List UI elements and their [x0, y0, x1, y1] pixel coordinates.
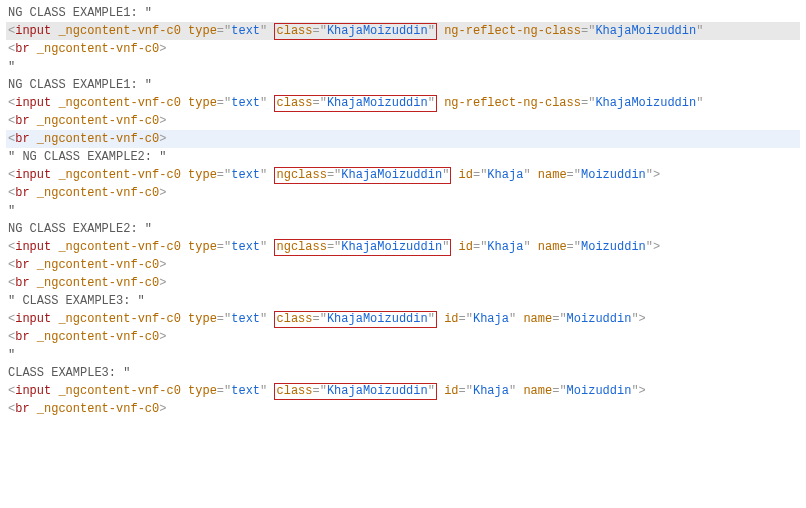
highlighted-attr: class="KhajaMoizuddin" — [274, 311, 436, 328]
dom-text-node[interactable]: " CLASS EXAMPLE3: " — [6, 292, 800, 310]
dom-element-br[interactable]: <br _ngcontent-vnf-c0> — [6, 40, 800, 58]
attr-value: Khaja — [473, 312, 509, 326]
dom-element-br[interactable]: <br _ngcontent-vnf-c0> — [6, 274, 800, 292]
dom-text-node[interactable]: NG CLASS EXAMPLE2: " — [6, 220, 800, 238]
attr-value: Khaja — [487, 168, 523, 182]
dom-element-input[interactable]: <input _ngcontent-vnf-c0 type="text" ngc… — [6, 166, 800, 184]
attr-name: _ngcontent-vnf-c0 — [37, 402, 159, 416]
tag-name: input — [15, 168, 51, 182]
text-content: NG CLASS EXAMPLE1: " — [8, 6, 152, 20]
attr-name: _ngcontent-vnf-c0 — [37, 114, 159, 128]
attr-value: KhajaMoizuddin — [327, 384, 428, 398]
dom-text-node[interactable]: " — [6, 58, 800, 76]
dom-element-input[interactable]: <input _ngcontent-vnf-c0 type="text" cla… — [6, 94, 800, 112]
attr-name: _ngcontent-vnf-c0 — [58, 312, 180, 326]
attr-value: Moizuddin — [567, 312, 632, 326]
dom-element-input[interactable]: <input _ngcontent-vnf-c0 type="text" cla… — [6, 382, 800, 400]
attr-name: type — [188, 96, 217, 110]
attr-name: class — [276, 384, 312, 398]
attr-name: name — [538, 168, 567, 182]
text-content: NG CLASS EXAMPLE2: " — [8, 222, 152, 236]
highlighted-attr: class="KhajaMoizuddin" — [274, 383, 436, 400]
text-content: NG CLASS EXAMPLE1: " — [8, 78, 152, 92]
dom-text-node[interactable]: " — [6, 346, 800, 364]
attr-value: Khaja — [473, 384, 509, 398]
attr-value: text — [231, 384, 260, 398]
attr-name: type — [188, 24, 217, 38]
attr-name: _ngcontent-vnf-c0 — [37, 186, 159, 200]
attr-name: type — [188, 312, 217, 326]
attr-name: ngclass — [276, 168, 326, 182]
attr-value: Moizuddin — [567, 384, 632, 398]
tag-name: input — [15, 384, 51, 398]
attr-name: _ngcontent-vnf-c0 — [37, 258, 159, 272]
dom-text-node[interactable]: " NG CLASS EXAMPLE2: " — [6, 148, 800, 166]
dom-element-br[interactable]: <br _ngcontent-vnf-c0> — [6, 130, 800, 148]
attr-value: text — [231, 240, 260, 254]
tag-name: br — [15, 186, 29, 200]
attr-name: name — [523, 384, 552, 398]
dom-element-br[interactable]: <br _ngcontent-vnf-c0> — [6, 184, 800, 202]
tag-name: br — [15, 258, 29, 272]
attr-value: KhajaMoizuddin — [595, 96, 696, 110]
attr-value: KhajaMoizuddin — [341, 240, 442, 254]
attr-name: _ngcontent-vnf-c0 — [58, 96, 180, 110]
attr-value: Moizuddin — [581, 240, 646, 254]
dom-text-node[interactable]: NG CLASS EXAMPLE1: " — [6, 4, 800, 22]
tag-name: br — [15, 114, 29, 128]
attr-value: KhajaMoizuddin — [327, 312, 428, 326]
attr-value: KhajaMoizuddin — [327, 96, 428, 110]
tag-name: input — [15, 96, 51, 110]
attr-name: _ngcontent-vnf-c0 — [58, 240, 180, 254]
attr-name: name — [538, 240, 567, 254]
dom-element-br[interactable]: <br _ngcontent-vnf-c0> — [6, 400, 800, 418]
dom-element-input[interactable]: <input _ngcontent-vnf-c0 type="text" cla… — [6, 310, 800, 328]
text-content: " NG CLASS EXAMPLE2: " — [8, 150, 166, 164]
attr-name: id — [444, 312, 458, 326]
attr-name: type — [188, 240, 217, 254]
text-content: " — [8, 204, 15, 218]
dom-text-node[interactable]: NG CLASS EXAMPLE1: " — [6, 76, 800, 94]
attr-value: text — [231, 168, 260, 182]
attr-name: _ngcontent-vnf-c0 — [58, 384, 180, 398]
text-content: " — [8, 348, 15, 362]
attr-name: _ngcontent-vnf-c0 — [37, 330, 159, 344]
highlighted-attr: class="KhajaMoizuddin" — [274, 23, 436, 40]
text-content: " — [8, 60, 15, 74]
attr-name: id — [459, 240, 473, 254]
attr-value: KhajaMoizuddin — [327, 24, 428, 38]
text-content: CLASS EXAMPLE3: " — [8, 366, 130, 380]
attr-value: KhajaMoizuddin — [595, 24, 696, 38]
attr-name: class — [276, 312, 312, 326]
tag-name: br — [15, 132, 29, 146]
dom-element-br[interactable]: <br _ngcontent-vnf-c0> — [6, 256, 800, 274]
attr-name: _ngcontent-vnf-c0 — [37, 132, 159, 146]
attr-name: _ngcontent-vnf-c0 — [58, 168, 180, 182]
attr-value: text — [231, 312, 260, 326]
tag-name: input — [15, 312, 51, 326]
attr-value: text — [231, 24, 260, 38]
attr-name: ngclass — [276, 240, 326, 254]
dom-text-node[interactable]: " — [6, 202, 800, 220]
dom-element-input[interactable]: <input _ngcontent-vnf-c0 type="text" ngc… — [6, 238, 800, 256]
attr-name: class — [276, 96, 312, 110]
attr-name: _ngcontent-vnf-c0 — [58, 24, 180, 38]
attr-value: KhajaMoizuddin — [341, 168, 442, 182]
tag-name: input — [15, 24, 51, 38]
attr-value: Khaja — [487, 240, 523, 254]
attr-name: ng-reflect-ng-class — [444, 96, 581, 110]
dom-element-br[interactable]: <br _ngcontent-vnf-c0> — [6, 112, 800, 130]
dom-text-node[interactable]: CLASS EXAMPLE3: " — [6, 364, 800, 382]
text-content: " CLASS EXAMPLE3: " — [8, 294, 145, 308]
tag-name: br — [15, 42, 29, 56]
attr-name: ng-reflect-ng-class — [444, 24, 581, 38]
dom-element-br[interactable]: <br _ngcontent-vnf-c0> — [6, 328, 800, 346]
tag-name: input — [15, 240, 51, 254]
tag-name: br — [15, 276, 29, 290]
highlighted-attr: ngclass="KhajaMoizuddin" — [274, 167, 451, 184]
tag-name: br — [15, 330, 29, 344]
tag-name: br — [15, 402, 29, 416]
attr-name: id — [459, 168, 473, 182]
dom-element-input[interactable]: <input _ngcontent-vnf-c0 type="text" cla… — [6, 22, 800, 40]
attr-value: Moizuddin — [581, 168, 646, 182]
